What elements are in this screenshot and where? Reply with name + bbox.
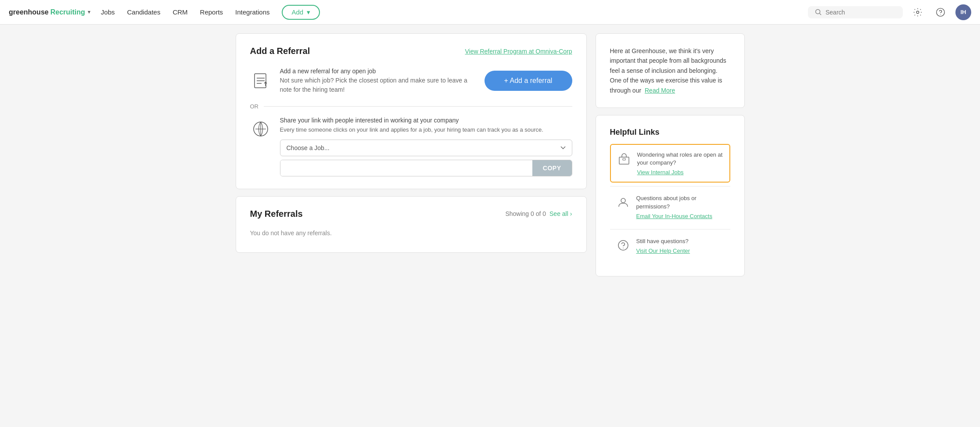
- inclusion-card: Here at Greenhouse, we think it's very i…: [596, 33, 745, 108]
- help-center-text: Still have questions? Visit Our Help Cen…: [636, 237, 724, 254]
- card-title: Add a Referral: [250, 46, 310, 56]
- add-referral-button[interactable]: + Add a referral: [485, 71, 572, 91]
- search-container[interactable]: [808, 6, 903, 18]
- search-icon: [815, 9, 822, 16]
- svg-point-0: [816, 9, 820, 14]
- svg-point-2: [916, 11, 919, 14]
- svg-point-4: [941, 14, 941, 14]
- helpful-link-help-center: Still have questions? Visit Our Help Cen…: [610, 231, 730, 260]
- helpful-links-card: Helpful Links Wondering what roles are o…: [596, 115, 745, 276]
- share-icon: [250, 118, 271, 140]
- helpful-link-internal-jobs: Wondering what roles are open at your co…: [610, 144, 730, 183]
- email-contacts-link[interactable]: Email Your In-House Contacts: [636, 213, 712, 219]
- view-program-link[interactable]: View Referral Program at Omniva-Corp: [465, 48, 572, 55]
- referral-form-icon: [250, 70, 271, 91]
- brand-chevron-icon: ▾: [88, 9, 90, 15]
- search-input[interactable]: [826, 9, 896, 16]
- navbar: greenhouse Recruiting ▾ Jobs Candidates …: [0, 0, 980, 25]
- nav-links: Jobs Candidates CRM Reports Integrations…: [101, 5, 797, 20]
- svg-point-17: [623, 248, 623, 248]
- referral-text-1: Add a new referral for any open job Not …: [280, 67, 476, 94]
- avatar[interactable]: IH: [955, 4, 971, 20]
- see-all-link[interactable]: See all ›: [549, 210, 572, 217]
- helpful-links-title: Helpful Links: [610, 128, 730, 137]
- share-primary-text: Share your link with people interested i…: [280, 117, 572, 124]
- add-chevron-icon: ▾: [307, 8, 310, 16]
- job-select[interactable]: Choose a Job...: [280, 140, 572, 156]
- help-button[interactable]: [933, 4, 948, 20]
- referral-option-1: Add a new referral for any open job Not …: [250, 67, 572, 94]
- no-referrals-text: You do not have any referrals.: [250, 226, 572, 240]
- gear-icon: [913, 7, 923, 17]
- share-option-right: Share your link with people interested i…: [280, 117, 572, 176]
- main-column: Add a Referral View Referral Program at …: [236, 33, 587, 276]
- share-link-input[interactable]: [280, 160, 532, 176]
- svg-line-1: [820, 13, 822, 15]
- share-secondary-text: Every time someone clicks on your link a…: [280, 126, 572, 134]
- brand-recruiting-text: Recruiting: [50, 8, 85, 16]
- svg-rect-14: [623, 158, 625, 160]
- add-button[interactable]: Add ▾: [282, 5, 320, 20]
- copy-button[interactable]: COPY: [532, 160, 572, 176]
- page-content: Add a Referral View Referral Program at …: [227, 25, 754, 285]
- or-divider: OR: [250, 103, 572, 110]
- helpful-link-contacts: Questions about jobs or permissions? Ema…: [610, 188, 730, 225]
- my-referrals-card: My Referrals Showing 0 of 0 See all › Yo…: [236, 196, 587, 253]
- settings-button[interactable]: [910, 4, 926, 20]
- nav-right: IH: [808, 4, 971, 20]
- divider-2: [610, 229, 730, 230]
- see-all-chevron-icon: ›: [570, 210, 572, 217]
- job-select-row: Choose a Job...: [280, 140, 572, 156]
- add-button-label: Add: [291, 8, 303, 16]
- internal-jobs-text: Wondering what roles are open at your co…: [637, 151, 723, 176]
- help-center-icon: [616, 238, 630, 252]
- referral-primary-text: Add a new referral for any open job: [280, 67, 476, 76]
- svg-point-3: [937, 8, 944, 16]
- referrals-count-row: Showing 0 of 0 See all ›: [505, 210, 572, 217]
- link-copy-row: COPY: [280, 160, 572, 176]
- see-all-label: See all: [549, 210, 568, 217]
- or-label: OR: [250, 103, 259, 110]
- nav-link-candidates[interactable]: Candidates: [127, 7, 161, 18]
- contacts-icon: [616, 195, 630, 209]
- brand-greenhouse-text: greenhouse: [9, 8, 49, 16]
- brand-logo[interactable]: greenhouse Recruiting ▾: [9, 8, 90, 16]
- nav-link-reports[interactable]: Reports: [200, 7, 223, 18]
- side-column: Here at Greenhouse, we think it's very i…: [596, 33, 745, 276]
- share-option: Share your link with people interested i…: [250, 117, 572, 176]
- read-more-link[interactable]: Read More: [645, 87, 675, 94]
- visit-help-center-link[interactable]: Visit Our Help Center: [636, 248, 690, 254]
- svg-rect-13: [619, 157, 629, 164]
- nav-link-crm[interactable]: CRM: [172, 7, 187, 18]
- referral-secondary-text: Not sure which job? Pick the closest opt…: [280, 76, 476, 94]
- internal-jobs-desc: Wondering what roles are open at your co…: [637, 151, 723, 167]
- help-center-desc: Still have questions?: [636, 237, 724, 245]
- showing-text: Showing 0 of 0: [505, 210, 546, 217]
- internal-jobs-icon: [617, 152, 631, 166]
- divider-1: [610, 186, 730, 187]
- svg-point-15: [621, 198, 625, 203]
- card-header: Add a Referral View Referral Program at …: [250, 46, 572, 56]
- my-referrals-title: My Referrals: [250, 209, 303, 219]
- my-referrals-header: My Referrals Showing 0 of 0 See all ›: [250, 209, 572, 219]
- nav-link-jobs[interactable]: Jobs: [101, 7, 115, 18]
- view-internal-jobs-link[interactable]: View Internal Jobs: [637, 169, 684, 176]
- contacts-desc: Questions about jobs or permissions?: [636, 194, 724, 210]
- add-referral-card: Add a Referral View Referral Program at …: [236, 33, 587, 189]
- contacts-text: Questions about jobs or permissions? Ema…: [636, 194, 724, 219]
- avatar-initials: IH: [961, 9, 966, 15]
- svg-point-16: [618, 240, 628, 250]
- question-icon: [936, 7, 945, 17]
- nav-link-integrations[interactable]: Integrations: [235, 7, 269, 18]
